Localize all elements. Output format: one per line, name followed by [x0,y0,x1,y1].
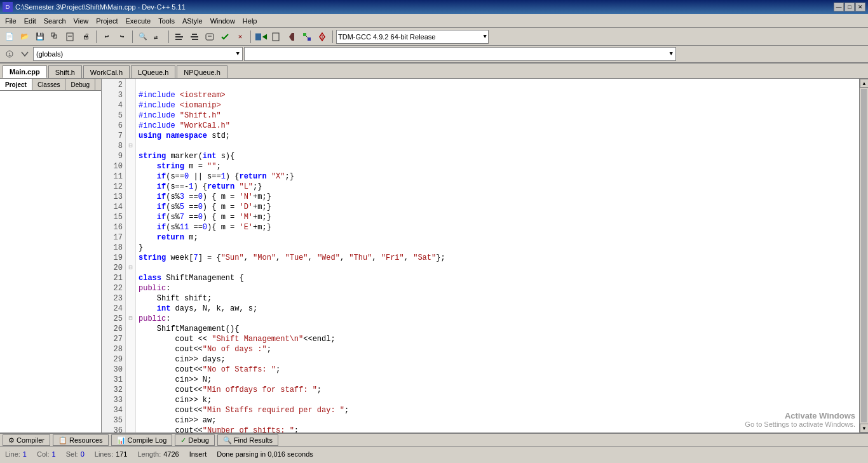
menu-view[interactable]: View [70,14,93,27]
code-content[interactable]: #include <iostream> #include <iomanip> #… [136,79,859,433]
unindent-button[interactable] [187,30,201,44]
main-area: Project Classes Debug 2 3 4 5 6 7 8 9 10… [0,79,868,433]
menu-window[interactable]: Window [207,14,239,27]
tab-lqueue-h[interactable]: LQueue.h [131,65,175,78]
tab-main-cpp[interactable]: Main.cpp [3,65,47,78]
title-bar: D C:\Semester 3\Project\ShiftM\Main.cpp … [0,0,868,14]
debug-tab[interactable]: ✓ Debug [175,434,214,446]
redo-button[interactable]: ↪ [115,30,129,44]
menu-search[interactable]: Search [40,14,70,27]
col-label: Col: [37,450,50,458]
maximize-button[interactable]: □ [844,3,855,11]
length-label: Length: [137,450,161,458]
tab-workcal-h[interactable]: WorkCal.h [83,65,130,78]
find-results-tab-label: Find Results [234,436,273,444]
svg-rect-8 [192,34,197,35]
fold-markers: ⊟ ⊟ ⊟ [126,79,136,433]
panel-tab-project[interactable]: Project [0,79,32,90]
svg-rect-5 [175,34,180,35]
print-button[interactable]: 🖨 [79,30,93,44]
status-length: Length: 4726 [137,450,179,458]
vertical-scrollbar[interactable]: ▲ ▼ [859,79,868,433]
status-lines: Lines: 171 [95,450,128,458]
menu-file[interactable]: File [1,14,20,27]
line-num: 24 [104,304,123,314]
compile-run-button[interactable] [254,30,268,44]
tb2-btn1[interactable]: i [3,47,17,61]
toggle-comment-button[interactable] [203,30,217,44]
title-bar-controls: — □ ✕ [834,3,865,11]
compiler-select-value: TDM-GCC 4.9.2 64-bit Release [338,33,481,41]
sep2 [132,30,133,43]
tab-shift-h[interactable]: Shift.h [48,65,82,78]
line-num: 30 [104,365,123,375]
compile-log-tab-icon: 📊 [117,436,126,445]
line-num: 25 [104,314,123,324]
line-num: 23 [104,293,123,304]
compiler-select[interactable]: TDM-GCC 4.9.2 64-bit Release ▼ [336,30,489,44]
tb2-btn2[interactable] [18,47,32,61]
menu-edit[interactable]: Edit [20,14,40,27]
title-bar-left: D C:\Semester 3\Project\ShiftM\Main.cpp … [3,2,186,12]
col-value: 1 [52,450,56,458]
close-btn[interactable] [64,30,78,44]
scroll-up-arrow[interactable]: ▲ [860,79,868,88]
line-num: 17 [104,232,123,243]
compile-log-tab-label: Compile Log [128,436,167,444]
scroll-down-arrow[interactable]: ▼ [860,424,868,433]
syntax-check-button[interactable] [218,30,232,44]
compile-error-button[interactable]: ✕ [233,30,247,44]
find-button[interactable]: 🔍 [136,30,150,44]
line-num: 11 [104,171,123,182]
panel-tab-classes[interactable]: Classes [32,79,66,90]
resources-tab[interactable]: 📋 Resources [53,434,109,446]
save-button[interactable]: 💾 [33,30,47,44]
line-value: 1 [23,450,27,458]
status-parse: Done parsing in 0,016 seconds [217,450,313,458]
svg-rect-13 [255,33,261,40]
scroll-thumb[interactable] [861,89,867,422]
left-panel: Project Classes Debug [0,79,102,433]
replace-button[interactable]: ⇄ [151,30,165,44]
panel-tab-debug[interactable]: Debug [65,79,95,90]
run-button[interactable] [269,30,283,44]
function-select[interactable]: ▼ [244,47,676,61]
undo-button[interactable]: ↩ [100,30,114,44]
menu-execute[interactable]: Execute [121,14,154,27]
stop-button[interactable] [285,30,299,44]
menu-astyle[interactable]: AStyle [179,14,207,27]
minimize-button[interactable]: — [834,3,844,11]
line-num: 28 [104,344,123,354]
compile-log-tab[interactable]: 📊 Compile Log [111,434,173,446]
close-button[interactable]: ✕ [855,3,865,11]
status-mode: Insert [189,450,207,458]
indent-button[interactable] [172,30,186,44]
make-button[interactable] [300,30,314,44]
menu-help[interactable]: Help [239,14,261,27]
debug-tab-label: Debug [188,436,208,444]
globals-select[interactable]: (globals) ▼ [33,47,243,61]
sel-value: 0 [81,450,85,458]
svg-line-19 [306,36,308,37]
sep3 [168,30,169,43]
find-results-tab[interactable]: 🔍 Find Results [217,434,278,446]
save-all-button[interactable] [48,30,62,44]
line-num: 8 [104,141,123,151]
svg-rect-6 [175,36,183,37]
app-icon: D [3,2,13,12]
window-title: C:\Semester 3\Project\ShiftM\Main.cpp - … [15,3,186,11]
compiler-tab-label: Compiler [17,436,44,444]
new-button[interactable]: 📄 [3,30,17,44]
line-num: 20 [104,263,123,273]
svg-rect-11 [206,34,214,40]
menu-project[interactable]: Project [92,14,121,27]
menu-tools[interactable]: Tools [154,14,179,27]
line-num: 7 [104,131,123,141]
tab-npqueue-h[interactable]: NPQueue.h [177,65,227,78]
line-num: 31 [104,375,123,385]
open-button[interactable]: 📂 [18,30,32,44]
line-num: 10 [104,161,123,171]
debug-run-button[interactable] [315,30,329,44]
compiler-tab[interactable]: ⚙ Compiler [3,434,50,446]
toolbar-main: 📄 📂 💾 🖨 ↩ ↪ 🔍 ⇄ ✕ TDM-GCC 4. [0,28,868,46]
